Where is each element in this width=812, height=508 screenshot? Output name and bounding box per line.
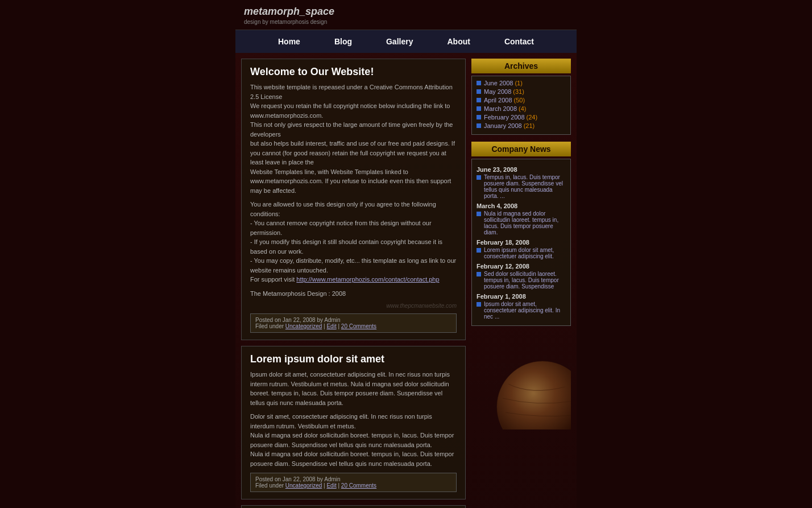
- svg-point-0: [497, 361, 571, 429]
- category-link2[interactable]: Uncategorized: [285, 482, 322, 489]
- news-date-3: February 18, 2008: [477, 239, 566, 246]
- archive-may2008-link[interactable]: May 2008: [484, 88, 511, 95]
- archive-bullet-icon: [477, 115, 481, 119]
- article-lorem1-body1: Ipsum dolor sit amet, consectetuer adipi…: [250, 370, 457, 407]
- news-text-4: Sed dolor sollicitudin laoreet. tempus i…: [484, 271, 566, 290]
- news-text-1: Tempus in, lacus. Duis tempor posuere di…: [484, 174, 566, 199]
- archive-bullet-icon: [477, 123, 481, 128]
- article-welcome-footer: Posted on Jan 22, 2008 by Admin Filed un…: [250, 313, 457, 333]
- archive-bullet-icon: [477, 89, 481, 94]
- news-date-2: March 4, 2008: [477, 203, 566, 209]
- archive-apr2008-link[interactable]: April 2008: [484, 97, 512, 104]
- sidebar: Archives June 2008 (1) May 2008 (31): [471, 59, 571, 431]
- archive-may2008: May 2008 (31): [477, 88, 566, 95]
- category-link[interactable]: Uncategorized: [285, 323, 322, 329]
- article-welcome-body2: You are allowed to use this design only …: [250, 200, 457, 284]
- site-header: metamorph_space design by metamorphosis …: [235, 0, 577, 30]
- archives-section: Archives June 2008 (1) May 2008 (31): [471, 59, 571, 135]
- article-lorem2: Lorem ipsum dolor sit amet In nec risus …: [241, 505, 466, 508]
- archive-bullet-icon: [477, 98, 481, 102]
- news-bullet-icon: [477, 272, 481, 276]
- news-date-4: February 12, 2008: [477, 263, 566, 270]
- news-date-5: February 1, 2008: [477, 293, 566, 300]
- main-content: Welcome to Our Website! This website tem…: [241, 59, 466, 508]
- news-bullet-icon: [477, 302, 481, 307]
- news-item-1: Tempus in, lacus. Duis tempor posuere di…: [477, 174, 566, 199]
- news-text-5: Ipsum dolor sit amet, consectetuer adipi…: [484, 301, 566, 320]
- nav-contact[interactable]: Contact: [487, 30, 551, 53]
- news-item-5: Ipsum dolor sit amet, consectetuer adipi…: [477, 301, 566, 320]
- archive-apr2008: April 2008 (50): [477, 97, 566, 104]
- archive-feb2008-link[interactable]: February 2008: [484, 114, 525, 121]
- archives-content: June 2008 (1) May 2008 (31) April 2008 (…: [471, 76, 571, 135]
- archive-jan2008: January 2008 (21): [477, 122, 566, 129]
- comments-link[interactable]: 20 Comments: [341, 323, 376, 329]
- archive-bullet-icon: [477, 106, 481, 111]
- archive-feb2008: February 2008 (24): [477, 114, 566, 121]
- site-subtitle: design by metamorphosis design: [244, 19, 568, 25]
- archive-feb2008-count: (24): [527, 114, 538, 121]
- news-bullet-icon: [477, 212, 481, 216]
- news-bullet-icon: [477, 175, 481, 180]
- edit-link2[interactable]: Edit: [326, 482, 336, 489]
- article-welcome-title: Welcome to Our Website!: [250, 66, 457, 78]
- article-lorem1: Lorem ipsum dolor sit amet Ipsum dolor s…: [241, 346, 466, 499]
- news-content: June 23, 2008 Tempus in, lacus. Duis tem…: [471, 159, 571, 326]
- news-text-3: Lorem ipsum dolor sit amet, consectetuer…: [484, 247, 566, 259]
- nav-about[interactable]: About: [430, 30, 487, 53]
- planet-decoration: [471, 333, 571, 431]
- archive-mar2008-link[interactable]: March 2008: [484, 105, 517, 112]
- news-title: Company News: [471, 142, 571, 156]
- news-item-2: Nula id magna sed dolor sollicitudin lao…: [477, 210, 566, 236]
- article-lorem1-title: Lorem ipsum dolor sit amet: [250, 353, 457, 365]
- archive-jan2008-count: (21): [524, 122, 535, 129]
- archive-bullet-icon: [477, 81, 481, 85]
- news-text-2: Nula id magna sed dolor sollicitudin lao…: [484, 210, 566, 236]
- archive-june2008: June 2008 (1): [477, 80, 566, 86]
- watermark: www.thepcmanwebsite.com: [250, 303, 457, 309]
- archive-may2008-count: (31): [513, 88, 524, 95]
- nav-home[interactable]: Home: [261, 30, 317, 53]
- archive-june2008-link[interactable]: June 2008: [484, 80, 513, 86]
- article-lorem1-footer: Posted on Jan 22, 2008 by Admin Filed un…: [250, 473, 457, 492]
- archive-june2008-count: (1): [515, 80, 522, 86]
- news-item-3: Lorem ipsum dolor sit amet, consectetuer…: [477, 247, 566, 259]
- article-welcome-body: This website template is repeased under …: [250, 82, 457, 195]
- nav-blog[interactable]: Blog: [317, 30, 369, 53]
- news-section: Company News June 23, 2008 Tempus in, la…: [471, 142, 571, 326]
- comments-link2[interactable]: 20 Comments: [341, 482, 376, 489]
- article-welcome-body3: The Metamorphosis Design : 2008: [250, 289, 457, 299]
- edit-link[interactable]: Edit: [326, 323, 336, 329]
- archive-apr2008-count: (50): [514, 97, 525, 104]
- article-welcome: Welcome to Our Website! This website tem…: [241, 59, 466, 340]
- archive-mar2008: March 2008 (4): [477, 105, 566, 112]
- nav-gallery[interactable]: Gallery: [369, 30, 430, 53]
- article-lorem1-body2: Dolor sit amet, consectetuer adipiscing …: [250, 412, 457, 468]
- news-date-1: June 23, 2008: [477, 166, 566, 173]
- news-item-4: Sed dolor sollicitudin laoreet. tempus i…: [477, 271, 566, 290]
- archive-mar2008-count: (4): [519, 105, 526, 112]
- main-nav: Home Blog Gallery About Contact: [235, 30, 577, 53]
- support-link[interactable]: http://www.metamorphozis.com/contact/con…: [296, 276, 439, 283]
- archive-jan2008-link[interactable]: January 2008: [484, 122, 522, 129]
- news-bullet-icon: [477, 248, 481, 253]
- archives-title: Archives: [471, 59, 571, 73]
- site-title: metamorph_space: [244, 6, 568, 18]
